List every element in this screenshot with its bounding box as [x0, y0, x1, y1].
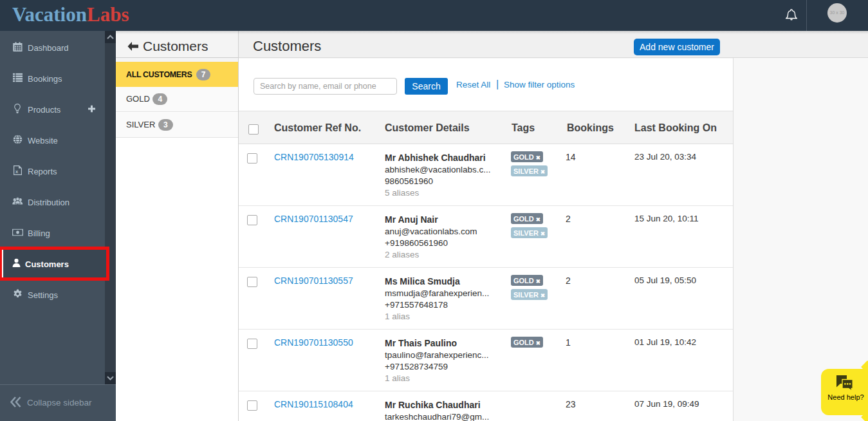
svg-text:x: x [15, 169, 19, 174]
